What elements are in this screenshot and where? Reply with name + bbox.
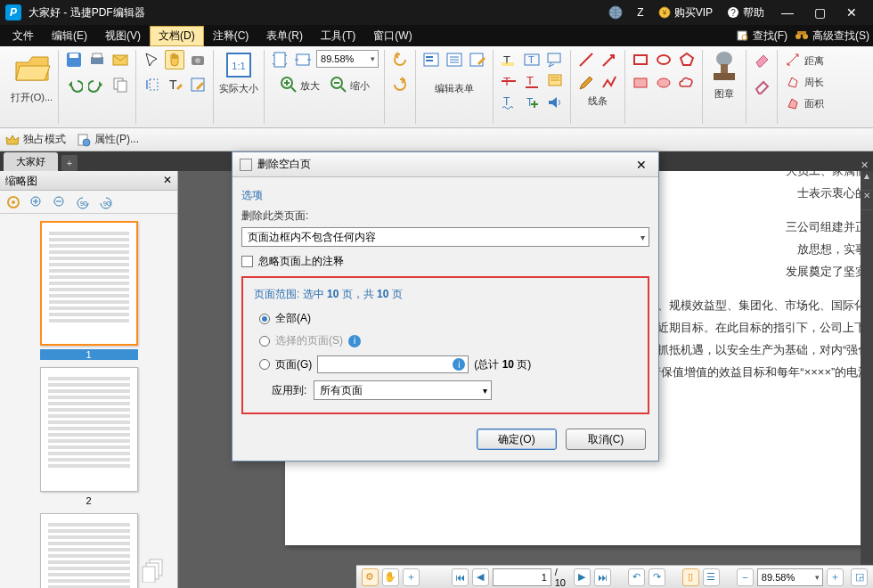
snapshot-icon[interactable]	[188, 50, 208, 69]
sb-zoom-in-icon[interactable]: ＋	[827, 568, 844, 586]
info-icon[interactable]: i	[453, 358, 465, 371]
eraser-icon[interactable]	[752, 50, 771, 69]
info-icon[interactable]: i	[348, 335, 361, 347]
thumb-rotate-cw-icon[interactable]: 90	[98, 194, 114, 210]
note-icon[interactable]	[545, 71, 565, 91]
sb-single-page-icon[interactable]: ▯	[682, 568, 699, 586]
page-number-field[interactable]: 1	[493, 568, 551, 586]
text-box-icon[interactable]: T	[522, 50, 542, 69]
cursor-icon[interactable]	[142, 50, 161, 69]
actual-size-icon[interactable]: 1:1	[224, 50, 254, 80]
menu-document[interactable]: 文档(D)	[150, 26, 204, 46]
zoom-combo[interactable]: 89.58%	[316, 50, 379, 68]
thumb-zoom-out-icon[interactable]	[52, 194, 68, 210]
sb-hand-icon[interactable]: ✋	[382, 568, 399, 586]
pages-stack-icon[interactable]	[141, 556, 167, 583]
menu-edit[interactable]: 编辑(E)	[43, 26, 96, 46]
cloud-icon[interactable]	[677, 73, 697, 93]
edit-content-icon[interactable]	[188, 75, 208, 94]
strikeout-icon[interactable]: T	[499, 71, 518, 91]
radio-all[interactable]: 全部(A)	[259, 311, 637, 326]
delete-type-combo[interactable]: 页面边框内不包含任何内容	[241, 227, 649, 247]
menu-window[interactable]: 窗口(W)	[364, 26, 420, 46]
rotate-cw-icon[interactable]	[390, 75, 410, 94]
menu-tools[interactable]: 工具(T)	[312, 26, 364, 46]
minimize-button[interactable]: —	[771, 5, 804, 20]
thumbnail-page-2[interactable]: 2	[40, 367, 138, 506]
sb-prev-page-icon[interactable]: ◀	[472, 568, 489, 586]
thumb-options-icon[interactable]	[5, 194, 21, 210]
thumbnail-page-3[interactable]: 3	[40, 513, 138, 588]
cancel-button[interactable]: 取消(C)	[566, 429, 646, 450]
insert-text-icon[interactable]: T	[522, 93, 542, 112]
thumb-zoom-in-icon[interactable]	[29, 194, 45, 210]
fit-page-icon[interactable]	[270, 50, 290, 69]
hand-tool-icon[interactable]	[165, 50, 184, 69]
ok-button[interactable]: 确定(O)	[477, 429, 557, 450]
polygon-icon[interactable]	[677, 50, 697, 69]
form-list-icon[interactable]	[445, 50, 464, 69]
text-edit-icon[interactable]: T	[165, 75, 184, 94]
callout-icon[interactable]	[545, 50, 565, 69]
sb-next-page-icon[interactable]: ▶	[574, 568, 591, 586]
sb-zoom-combo[interactable]: 89.58%	[757, 568, 823, 586]
close-button[interactable]: ✕	[836, 5, 868, 20]
highlight-icon[interactable]: T	[499, 50, 518, 69]
sb-continuous-icon[interactable]: ☰	[703, 568, 720, 586]
ignore-annotations-checkbox[interactable]: 忽略页面上的注释	[241, 254, 649, 269]
squiggly-icon[interactable]: T	[499, 93, 518, 112]
add-tab-button[interactable]: +	[61, 155, 78, 171]
panel-close-icon[interactable]: ✕	[163, 174, 172, 187]
tabs-close-button[interactable]: ✕	[855, 159, 873, 171]
eraser2-icon[interactable]	[752, 77, 771, 96]
distance-icon[interactable]	[783, 50, 803, 69]
vstrip-close-icon[interactable]: ✕	[861, 191, 873, 210]
copy-icon[interactable]	[110, 75, 130, 94]
menu-view[interactable]: 视图(V)	[96, 26, 150, 46]
rotate-ccw-icon[interactable]	[390, 50, 410, 69]
rect-icon[interactable]	[631, 50, 650, 69]
fit-width-icon[interactable]	[293, 50, 313, 69]
find-button[interactable]: 查找(F)	[737, 29, 787, 44]
ellipse-fill-icon[interactable]	[654, 73, 673, 93]
form-field-icon[interactable]	[421, 50, 441, 69]
underline-icon[interactable]: T	[522, 71, 542, 91]
sb-options-icon[interactable]: ⚙	[362, 568, 379, 586]
rect-fill-icon[interactable]	[631, 73, 650, 93]
adv-find-button[interactable]: 高级查找(S)	[795, 29, 869, 44]
area-icon[interactable]	[783, 93, 803, 112]
line-icon[interactable]	[576, 50, 596, 69]
form-edit-icon[interactable]	[468, 50, 487, 69]
sb-corner-icon[interactable]: ◲	[851, 568, 868, 586]
pages-input[interactable]: i	[317, 355, 469, 373]
zoom-out-icon[interactable]	[329, 75, 348, 94]
exclusive-mode-button[interactable]: 独占模式	[5, 132, 66, 147]
apply-to-combo[interactable]: 所有页面	[314, 380, 492, 400]
sb-plus-icon[interactable]: ＋	[403, 568, 420, 586]
redo-icon[interactable]	[87, 75, 107, 94]
arrow-icon[interactable]	[600, 50, 619, 69]
undo-icon[interactable]	[64, 75, 84, 94]
thumb-rotate-ccw-icon[interactable]: 90	[75, 194, 91, 210]
tab-active[interactable]: 大家好	[4, 152, 58, 171]
mail-icon[interactable]	[110, 50, 130, 69]
menu-comment[interactable]: 注释(C)	[204, 26, 258, 46]
print-icon[interactable]	[87, 50, 107, 69]
buy-vip-button[interactable]: ¥ 购买VIP	[658, 5, 713, 20]
sb-last-page-icon[interactable]: ⏭	[594, 568, 611, 586]
help-button[interactable]: ? 帮助	[727, 5, 764, 20]
polyline-icon[interactable]	[600, 73, 619, 93]
radio-pages[interactable]: 页面(G) i (总计 10 页)	[259, 355, 637, 373]
sound-icon[interactable]	[545, 93, 565, 112]
menu-form[interactable]: 表单(R)	[257, 26, 312, 46]
sb-back-icon[interactable]: ↶	[628, 568, 645, 586]
text-select-icon[interactable]: I	[142, 75, 161, 94]
sb-zoom-out-icon[interactable]: −	[737, 568, 754, 586]
save-icon[interactable]	[64, 50, 84, 69]
dialog-close-button[interactable]: ✕	[632, 158, 651, 172]
globe-icon[interactable]	[608, 5, 623, 20]
vstrip-up-icon[interactable]: ▲	[861, 171, 873, 191]
maximize-button[interactable]: ▢	[804, 5, 836, 20]
properties-button[interactable]: 属性(P)...	[77, 132, 139, 147]
sb-first-page-icon[interactable]: ⏮	[452, 568, 469, 586]
